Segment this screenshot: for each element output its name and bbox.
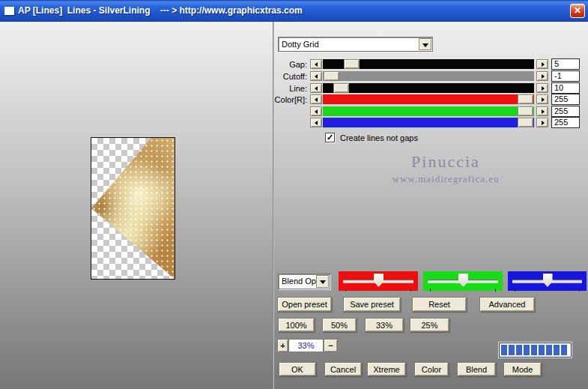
cutoff-slider-thumb[interactable] bbox=[324, 71, 339, 81]
effect-preset-dropdown[interactable]: Dotty Grid bbox=[278, 37, 433, 52]
line-decrement-arrow[interactable] bbox=[310, 83, 322, 93]
color-b-value-field[interactable]: 255 bbox=[551, 117, 580, 128]
open-preset-button[interactable]: Open preset bbox=[277, 297, 332, 312]
cutoff-value-field[interactable]: -1 bbox=[551, 70, 580, 82]
zoom-50-button[interactable]: 50% bbox=[322, 318, 357, 332]
arrow-right-icon bbox=[542, 86, 545, 91]
gap-increment-arrow[interactable] bbox=[536, 59, 548, 69]
zoom-25-button[interactable]: 25% bbox=[410, 318, 449, 332]
window-title: AP [Lines] Lines - SilverLining --- > ht… bbox=[18, 5, 303, 16]
gap-slider-thumb[interactable] bbox=[344, 59, 360, 69]
dotty-grid-overlay bbox=[91, 138, 175, 279]
xtreme-button[interactable]: Xtreme bbox=[367, 362, 406, 376]
progress-segment bbox=[546, 345, 552, 355]
color-b-slider-track[interactable] bbox=[323, 118, 534, 127]
blend-options-value: Blend Opti bbox=[282, 277, 316, 286]
color-r-value-field[interactable]: 255 bbox=[551, 94, 580, 105]
color-g-slider-track[interactable] bbox=[323, 106, 534, 116]
blue-mixer-thumb[interactable] bbox=[543, 274, 553, 287]
watermark-url: www.maidiregrafica.eu bbox=[360, 173, 532, 185]
gold-triangle-render bbox=[91, 138, 175, 279]
gap-decrement-arrow[interactable] bbox=[310, 59, 322, 69]
color-r-decrement-arrow[interactable] bbox=[310, 94, 322, 104]
mode-button[interactable]: Mode bbox=[503, 362, 542, 376]
color-r-slider-thumb[interactable] bbox=[518, 94, 533, 104]
blend-button[interactable]: Blend bbox=[457, 362, 496, 376]
create-lines-checkbox-label: Create lines not gaps bbox=[340, 133, 418, 142]
color-r-slider-track[interactable] bbox=[323, 94, 534, 104]
cutoff-decrement-arrow[interactable] bbox=[310, 71, 322, 81]
title-bar[interactable]: AP [Lines] Lines - SilverLining --- > ht… bbox=[0, 0, 588, 22]
progress-segment bbox=[531, 345, 537, 355]
zoom-100-button[interactable]: 100% bbox=[278, 318, 315, 332]
slider-row-color-blue: 255 bbox=[0, 118, 588, 128]
green-mixer-thumb[interactable] bbox=[458, 274, 468, 287]
progress-segment bbox=[501, 345, 507, 355]
reset-button[interactable]: Reset bbox=[412, 297, 467, 312]
color-g-increment-arrow[interactable] bbox=[536, 106, 548, 116]
save-preset-button[interactable]: Save preset bbox=[343, 297, 401, 312]
slider-row-color-green: 255 bbox=[0, 106, 588, 117]
arrow-right-icon bbox=[542, 109, 545, 114]
close-button[interactable]: ✕ bbox=[570, 4, 585, 18]
line-label: Line: bbox=[255, 83, 307, 94]
line-value-field[interactable]: 10 bbox=[551, 82, 580, 94]
arrow-left-icon bbox=[315, 62, 318, 67]
cutoff-slider-track[interactable] bbox=[323, 71, 534, 81]
color-b-increment-arrow[interactable] bbox=[536, 118, 548, 127]
progress-segment bbox=[539, 345, 545, 355]
cancel-button[interactable]: Cancel bbox=[324, 362, 362, 376]
ok-button[interactable]: OK bbox=[279, 362, 316, 376]
color-r-increment-arrow[interactable] bbox=[536, 94, 548, 104]
green-channel-mixer[interactable] bbox=[423, 271, 503, 291]
zoom-level-field[interactable]: 33% bbox=[288, 339, 324, 352]
zoom-out-button[interactable]: − bbox=[324, 339, 338, 352]
watermark: Pinuccia www.maidiregrafica.eu bbox=[360, 152, 532, 185]
color-button[interactable]: Color bbox=[414, 362, 449, 376]
plugin-window: AP [Lines] Lines - SilverLining --- > ht… bbox=[0, 0, 588, 389]
checkmark-icon: ✓ bbox=[327, 133, 333, 142]
line-slider-track[interactable] bbox=[323, 83, 534, 93]
progress-segment bbox=[554, 345, 560, 355]
arrow-right-icon bbox=[542, 97, 545, 102]
arrow-left-icon bbox=[315, 121, 318, 125]
slider-row-cutoff: Cutoff: -1 bbox=[0, 71, 588, 82]
zoom-33-button[interactable]: 33% bbox=[365, 318, 404, 332]
color-g-slider-thumb[interactable] bbox=[518, 106, 533, 116]
cutoff-label: Cutoff: bbox=[255, 71, 307, 82]
gap-value-field[interactable]: 5 bbox=[551, 58, 580, 70]
progress-segment bbox=[561, 345, 567, 355]
line-increment-arrow[interactable] bbox=[536, 83, 548, 93]
effect-preset-dropdown-button[interactable] bbox=[419, 38, 431, 50]
color-b-decrement-arrow[interactable] bbox=[310, 118, 322, 127]
slider-row-gap: Gap: 5 bbox=[0, 59, 588, 70]
red-channel-mixer[interactable] bbox=[339, 271, 418, 291]
progress-bar-track bbox=[499, 343, 572, 358]
preview-image[interactable] bbox=[91, 137, 175, 280]
blend-options-dropdown-button[interactable] bbox=[316, 275, 329, 288]
arrow-left-icon bbox=[315, 109, 318, 114]
arrow-left-icon bbox=[315, 97, 318, 102]
blue-channel-mixer[interactable] bbox=[508, 271, 587, 291]
blend-options-dropdown[interactable]: Blend Opti bbox=[278, 274, 330, 289]
progress-segment bbox=[509, 345, 515, 355]
create-lines-checkbox[interactable]: ✓ bbox=[325, 133, 335, 142]
progress-segment bbox=[516, 345, 522, 355]
slider-row-color-red: Color[R]: 255 bbox=[0, 94, 588, 105]
chevron-down-icon bbox=[422, 43, 428, 47]
arrow-right-icon bbox=[542, 62, 545, 67]
color-g-value-field[interactable]: 255 bbox=[551, 106, 580, 117]
advanced-button[interactable]: Advanced bbox=[479, 297, 535, 312]
close-icon: ✕ bbox=[574, 5, 581, 16]
arrow-left-icon bbox=[315, 86, 318, 91]
red-mixer-thumb[interactable] bbox=[374, 274, 384, 287]
color-b-slider-thumb[interactable] bbox=[518, 118, 533, 127]
zoom-in-button[interactable]: + bbox=[277, 339, 288, 352]
gap-slider-track[interactable] bbox=[323, 59, 534, 69]
color-r-label: Color[R]: bbox=[255, 94, 307, 105]
progress-segment bbox=[524, 345, 530, 355]
cutoff-increment-arrow[interactable] bbox=[536, 71, 548, 81]
color-g-decrement-arrow[interactable] bbox=[310, 106, 322, 116]
chevron-down-icon bbox=[320, 280, 326, 284]
line-slider-thumb[interactable] bbox=[333, 83, 349, 93]
